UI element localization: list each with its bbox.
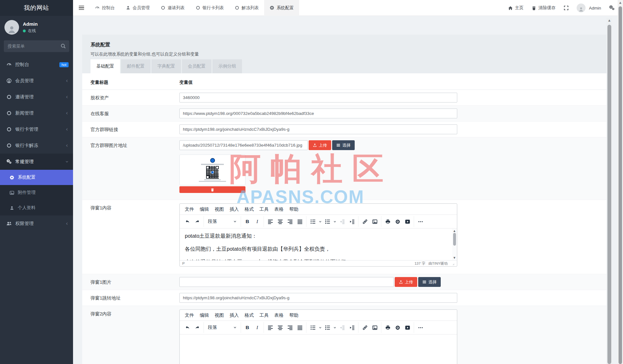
upload-button[interactable]: 上传 [395, 277, 417, 287]
choose-button[interactable]: 选择 [418, 277, 441, 287]
menu-table[interactable]: 表格 [271, 311, 286, 320]
bullet-list-caret[interactable] [318, 217, 322, 226]
menu-edit[interactable]: 编辑 [197, 205, 212, 214]
insert-image-button[interactable] [370, 323, 379, 332]
indent-button[interactable] [347, 323, 357, 332]
sidebar-item-unfreeze[interactable]: 银行卡解冻 ‹ [0, 137, 73, 154]
italic-button[interactable]: I [252, 217, 262, 226]
sidebar-toggle-button[interactable] [73, 0, 90, 16]
group-chat-image-input[interactable] [179, 140, 308, 150]
print-button[interactable] [383, 217, 392, 226]
tab-member-config[interactable]: 会员配置 [182, 59, 211, 73]
home-link[interactable]: 主页 [508, 5, 524, 11]
tab-unfreeze-list[interactable]: 解冻列表 [229, 0, 264, 16]
sidebar-item-profile[interactable]: 个人资料 [0, 200, 73, 215]
media-button[interactable] [403, 217, 412, 226]
menu-help[interactable]: 帮助 [286, 311, 301, 320]
tab-dashboard[interactable]: 控制台 [90, 0, 120, 16]
redo-button[interactable] [192, 217, 202, 226]
bold-button[interactable]: B [243, 323, 252, 332]
numbered-list-button[interactable] [323, 323, 332, 332]
redo-button[interactable] [192, 323, 202, 332]
menu-table[interactable]: 表格 [271, 205, 286, 214]
menu-file[interactable]: 文件 [182, 311, 197, 320]
delete-image-button[interactable] [179, 186, 245, 193]
more-button[interactable] [416, 217, 425, 226]
tab-dictionary-config[interactable]: 字典配置 [151, 59, 181, 73]
navbar-username[interactable]: Admin [589, 6, 601, 10]
more-button[interactable] [416, 323, 425, 332]
numbered-list-caret[interactable] [332, 323, 337, 332]
sidebar-item-permissions[interactable]: 权限管理 ‹ [0, 215, 73, 232]
outdent-button[interactable] [337, 217, 347, 226]
content-scrollbar[interactable]: ▲ [606, 18, 612, 364]
media-button[interactable] [403, 323, 412, 332]
sidebar-item-news[interactable]: 新闻管理 ‹ [0, 105, 73, 121]
search-input[interactable] [4, 40, 69, 52]
align-justify-button[interactable] [295, 217, 305, 226]
sidebar-item-bankcards[interactable]: 银行卡管理 ‹ [0, 121, 73, 137]
outdent-button[interactable] [337, 323, 347, 332]
sidebar-item-invites[interactable]: 邀请管理 ‹ [0, 89, 73, 105]
print-button[interactable] [383, 323, 392, 332]
undo-button[interactable] [183, 323, 192, 332]
sidebar-item-dashboard[interactable]: 控制台 hot [0, 56, 73, 73]
bullet-list-button[interactable] [308, 217, 318, 226]
tab-example-group[interactable]: 示例分组 [212, 59, 242, 73]
sidebar-item-general[interactable]: 常规管理 ‹ [0, 154, 73, 170]
settings-cogs-icon[interactable] [609, 5, 615, 11]
image-preview-card[interactable] [179, 155, 245, 185]
sidebar-item-system-config[interactable]: 系统配置 [0, 170, 73, 185]
editor-content[interactable] [180, 334, 457, 364]
paragraph-select[interactable]: 段落 [205, 217, 239, 226]
online-service-input[interactable] [179, 109, 457, 118]
align-right-button[interactable] [285, 217, 295, 226]
popup1-jump-url-input[interactable] [179, 293, 457, 303]
bullet-list-button[interactable] [308, 323, 318, 332]
scroll-up-icon[interactable]: ▲ [452, 229, 457, 232]
avatar[interactable] [4, 20, 19, 35]
resize-grip-icon[interactable] [451, 262, 454, 265]
insert-image-button[interactable] [370, 217, 379, 226]
menu-insert[interactable]: 插入 [227, 205, 242, 214]
equity-assets-input[interactable] [179, 93, 457, 103]
tab-invite-list[interactable]: 邀请列表 [155, 0, 190, 16]
preview-button[interactable] [393, 323, 402, 332]
tab-system-config[interactable]: 系统配置 [264, 0, 299, 16]
scroll-up-icon[interactable]: ▲ [618, 1, 623, 4]
clear-cache-button[interactable]: 清除缓存 [532, 5, 556, 11]
menu-file[interactable]: 文件 [182, 205, 197, 214]
user-avatar[interactable] [577, 3, 586, 12]
menu-view[interactable]: 视图 [212, 205, 227, 214]
link-button[interactable] [360, 217, 370, 226]
align-justify-button[interactable] [295, 323, 305, 332]
paragraph-select[interactable]: 段落 [205, 323, 239, 332]
align-right-button[interactable] [285, 323, 295, 332]
tab-mail-config[interactable]: 邮件配置 [121, 59, 151, 73]
upload-button[interactable]: 上传 [309, 140, 331, 150]
editor-content[interactable]: potato土豆退款最新消息通知： 各位同胞们，土豆potato所有项目退款由【… [180, 228, 457, 260]
popup1-image-input[interactable] [179, 277, 394, 287]
editor-scrollbar[interactable]: ▲ ▼ [452, 229, 457, 260]
menu-help[interactable]: 帮助 [286, 205, 301, 214]
menu-insert[interactable]: 插入 [227, 311, 242, 320]
numbered-list-button[interactable] [323, 217, 332, 226]
menu-tools[interactable]: 工具 [257, 311, 271, 320]
bold-button[interactable]: B [243, 217, 252, 226]
menu-view[interactable]: 视图 [212, 311, 227, 320]
scroll-thumb[interactable] [619, 6, 622, 364]
tab-bankcard-list[interactable]: 银行卡列表 [190, 0, 230, 16]
bullet-list-caret[interactable] [318, 323, 322, 332]
scroll-down-icon[interactable]: ▼ [452, 256, 457, 259]
align-center-button[interactable] [275, 217, 285, 226]
menu-tools[interactable]: 工具 [257, 205, 271, 214]
sidebar-item-members[interactable]: 会员管理 ‹ [0, 73, 73, 89]
sidebar-item-attachments[interactable]: 附件管理 [0, 185, 73, 200]
scroll-thumb[interactable] [607, 25, 611, 364]
link-button[interactable] [360, 323, 370, 332]
numbered-list-caret[interactable] [332, 217, 337, 226]
fullscreen-icon[interactable] [564, 5, 569, 10]
indent-button[interactable] [347, 217, 357, 226]
tab-members[interactable]: 会员管理 [120, 0, 155, 16]
align-left-button[interactable] [265, 323, 275, 332]
